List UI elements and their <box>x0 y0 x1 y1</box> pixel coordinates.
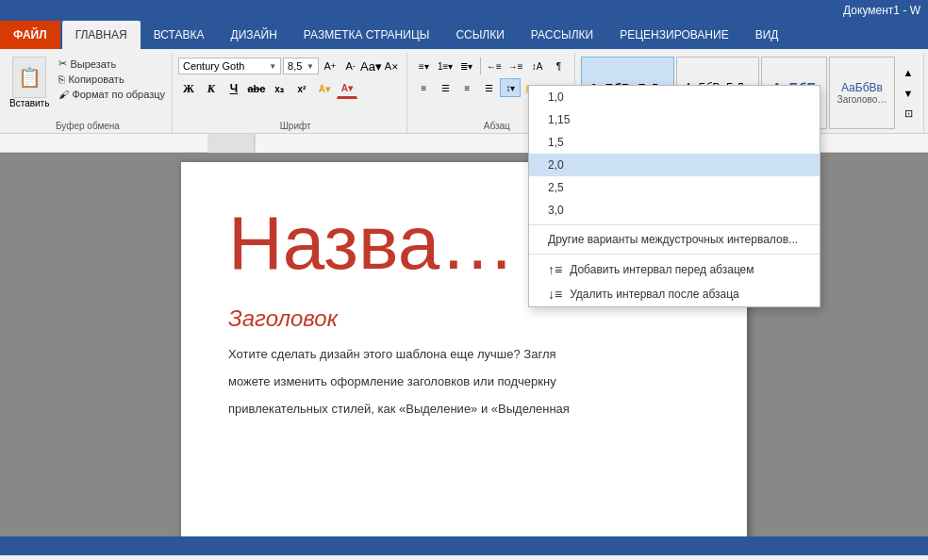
superscript-button[interactable]: x² <box>291 78 312 99</box>
decrease-indent-button[interactable]: ←≡ <box>484 57 505 75</box>
title-bar: Документ1 - W <box>0 0 928 21</box>
copy-icon: ⎘ <box>58 74 65 85</box>
tab-file[interactable]: ФАЙЛ <box>0 21 60 49</box>
font-color-button[interactable]: A▾ <box>337 78 357 99</box>
copy-label: Копировать <box>68 74 124 85</box>
clipboard-group: 📋 Вставить ✂ Вырезать ⎘ Копировать 🖌 Фор… <box>4 53 173 133</box>
style-heading2-text: АаБбВв <box>837 81 887 94</box>
font-size-arrow: ▼ <box>307 62 314 71</box>
spacing-1-0-label: 1,0 <box>548 91 564 104</box>
numbering-button[interactable]: 1≡▾ <box>435 57 456 75</box>
justify-button[interactable]: ☰ <box>478 78 499 97</box>
format-painter-button[interactable]: 🖌 Формат по образцу <box>57 88 167 101</box>
document-subtitle: Заголовок <box>228 305 700 332</box>
remove-after-icon: ↓≡ <box>548 287 562 302</box>
status-bar <box>0 536 928 555</box>
style-heading2-label: Заголово… <box>837 94 887 105</box>
tab-mailings[interactable]: РАССЫЛКИ <box>518 21 606 49</box>
styles-scroll-up[interactable]: ▲ <box>899 63 918 82</box>
format-painter-icon: 🖌 <box>58 89 69 100</box>
more-options-label: Другие варианты междустрочных интервалов… <box>548 233 798 246</box>
font-group: Century Goth ▼ 8,5 ▼ A+ A- Aa▾ A✕ Ж К Ч … <box>173 53 407 133</box>
align-right-button[interactable]: ≡ <box>456 78 477 97</box>
font-name-dropdown[interactable]: Century Goth ▼ <box>178 58 281 74</box>
highlight-button[interactable]: A▾ <box>314 78 335 99</box>
tab-insert[interactable]: ВСТАВКА <box>141 21 218 49</box>
tab-view[interactable]: ВИД <box>742 21 792 49</box>
multilevel-button[interactable]: ≣▾ <box>456 57 477 75</box>
subscript-button[interactable]: x₂ <box>269 78 290 99</box>
tab-home[interactable]: ГЛАВНАЯ <box>62 21 141 49</box>
italic-button[interactable]: К <box>201 78 222 99</box>
font-row2: Ж К Ч abc x₂ x² A▾ A▾ <box>178 78 401 99</box>
paste-button[interactable]: 📋 Вставить <box>9 57 49 108</box>
font-row1: Century Goth ▼ 8,5 ▼ A+ A- Aa▾ A✕ <box>178 57 401 75</box>
font-size-value: 8,5 <box>288 60 302 72</box>
title-text: Документ1 - W <box>843 4 920 17</box>
add-before-label: Добавить интервал перед абзацем <box>570 263 754 276</box>
clipboard-actions: ✂ Вырезать ⎘ Копировать 🖌 Формат по обра… <box>57 57 167 101</box>
remove-after-button[interactable]: ↓≡ Удалить интервал после абзаца <box>529 282 820 306</box>
tab-design[interactable]: ДИЗАЙН <box>218 21 290 49</box>
more-options-button[interactable]: Другие варианты междустрочных интервалов… <box>529 228 820 251</box>
strikethrough-button[interactable]: abc <box>246 78 267 99</box>
align-left-button[interactable]: ≡ <box>413 78 434 97</box>
tab-review[interactable]: РЕЦЕНЗИРОВАНИЕ <box>606 21 741 49</box>
increase-indent-button[interactable]: →≡ <box>505 57 526 75</box>
font-grow-button[interactable]: A+ <box>321 57 340 75</box>
paste-label: Вставить <box>9 98 49 108</box>
change-case-button[interactable]: Aa▾ <box>362 57 381 75</box>
spacing-3-0-label: 3,0 <box>548 204 564 217</box>
scissors-icon: ✂ <box>58 58 67 70</box>
remove-after-label: Удалить интервал после абзаца <box>570 288 739 301</box>
paste-icon: 📋 <box>12 57 46 98</box>
line-spacing-button[interactable]: ↕▾ <box>500 78 521 97</box>
spacing-1-0[interactable]: 1,0 <box>529 86 820 108</box>
font-shrink-button[interactable]: A- <box>341 57 360 75</box>
font-size-input[interactable]: 8,5 ▼ <box>283 58 319 74</box>
dropdown-divider1 <box>529 224 820 225</box>
spacing-2-0[interactable]: 2,0 <box>529 154 820 176</box>
para-row1: ≡▾ 1≡▾ ≣▾ ←≡ →≡ ↕A ¶ <box>413 57 569 75</box>
font-group-label: Шрифт <box>178 121 412 131</box>
copy-button[interactable]: ⎘ Копировать <box>57 73 167 86</box>
add-before-button[interactable]: ↑≡ Добавить интервал перед абзацем <box>529 257 820 282</box>
tab-references[interactable]: ССЫЛКИ <box>442 21 517 49</box>
cut-button[interactable]: ✂ Вырезать <box>57 57 167 71</box>
dropdown-divider2 <box>529 254 820 255</box>
styles-scroll-down[interactable]: ▼ <box>899 84 918 103</box>
spacing-2-5-label: 2,5 <box>548 181 564 194</box>
ribbon-tabs: ФАЙЛ ГЛАВНАЯ ВСТАВКА ДИЗАЙН РАЗМЕТКА СТР… <box>0 21 928 49</box>
spacing-2-0-label: 2,0 <box>548 158 564 172</box>
spacing-3-0[interactable]: 3,0 <box>529 199 820 222</box>
clear-format-button[interactable]: A✕ <box>383 57 402 75</box>
cut-label: Вырезать <box>70 58 116 70</box>
body-line1: Хотите сделать дизайн этого шаблона еще … <box>228 345 700 365</box>
font-name-value: Century Goth <box>183 60 244 72</box>
spacing-2-5[interactable]: 2,5 <box>529 176 820 199</box>
format-painter-label: Формат по образцу <box>72 89 165 100</box>
spacing-1-15[interactable]: 1,15 <box>529 108 820 131</box>
show-marks-button[interactable]: ¶ <box>548 57 569 75</box>
spacing-1-15-label: 1,15 <box>548 113 570 126</box>
tab-layout[interactable]: РАЗМЕТКА СТРАНИЦЫ <box>290 21 443 49</box>
spacing-1-5-label: 1,5 <box>548 136 564 149</box>
line-spacing-dropdown: 1,0 1,15 1,5 2,0 2,5 3,0 Другие варианты… <box>528 85 820 307</box>
clipboard-group-label: Буфер обмена <box>4 121 172 131</box>
align-center-button[interactable]: ☰ <box>435 78 456 97</box>
body-line2: можете изменить оформление заголовков ил… <box>228 372 700 392</box>
body-line3: привлекательных стилей, как «Выделение» … <box>228 400 700 420</box>
svg-rect-1 <box>207 134 255 153</box>
underline-button[interactable]: Ч <box>224 78 244 99</box>
add-before-icon: ↑≡ <box>548 262 562 277</box>
style-heading2[interactable]: АаБбВв Заголово… <box>829 57 895 129</box>
bullets-button[interactable]: ≡▾ <box>413 57 434 75</box>
font-name-arrow: ▼ <box>269 62 276 71</box>
sort-button[interactable]: ↕A <box>527 57 548 75</box>
spacing-1-5[interactable]: 1,5 <box>529 131 820 154</box>
document-body: Хотите сделать дизайн этого шаблона еще … <box>228 345 700 419</box>
bold-button[interactable]: Ж <box>178 78 199 99</box>
